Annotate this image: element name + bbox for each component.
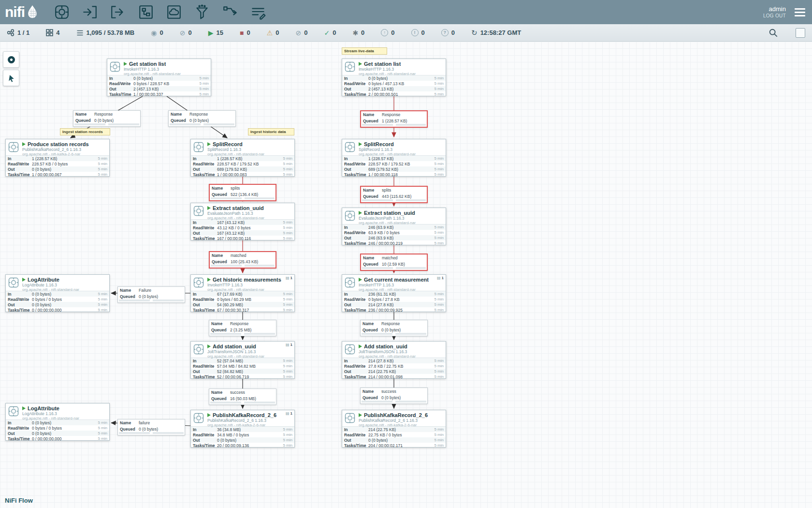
processor-bundle: org.apache.nifi - nifi-standard-nar (22, 287, 107, 292)
stat-row-read-write: Read/Write43.12 KB / 0 bytes5 min (191, 225, 294, 230)
processor-name: Get station list (129, 61, 166, 67)
processor-get-station-list-left[interactable]: Get station listInvokeHTTP 1.16.3org.apa… (107, 59, 211, 96)
connection-label-splits[interactable]: NamesplitsQueued443 (115.62 KB) (360, 186, 428, 203)
status-bar: 1 / 1 4 1,095 / 53.78 MB ◉0⊘0▶15■0⚠0⊘0✓0… (0, 24, 812, 42)
canvas-label-ingest-station-records[interactable]: Ingest station records (60, 128, 110, 135)
connection-label-matched[interactable]: NamematchedQueued10 (2.59 KB) (360, 254, 428, 271)
nifi-app: nifi (0, 0, 812, 508)
connection-label-response[interactable]: NameResponseQueued0 (0 bytes) (360, 320, 428, 336)
queued-key: Queued (362, 395, 379, 400)
nifi-logo[interactable]: nifi (5, 4, 39, 20)
connection-label-splits[interactable]: NamesplitsQueued522 (136.4 KB) (209, 184, 276, 201)
processor-stats: In1 (228.57 KB)5 minRead/Write228.57 KB … (342, 155, 446, 177)
connection-label-failure[interactable]: NamefailureQueued0 (0 bytes) (117, 419, 185, 435)
processor-tool[interactable] (53, 3, 71, 21)
canvas-label-stream-live-data[interactable]: Stream live-data (342, 47, 387, 55)
sync-failure-versioned-count: 0 (451, 29, 455, 36)
stat-row-out: Out0 (0 bytes)5 min (6, 431, 109, 436)
label-tool[interactable] (249, 3, 267, 21)
canvas-palette (3, 51, 19, 86)
global-menu-button[interactable] (793, 6, 807, 18)
processor-split-record-left[interactable]: SplitRecordSplitRecord 1.16.3org.apache.… (190, 139, 295, 177)
stat-row-in: In0 (0 bytes)5 min (107, 75, 211, 81)
processor-log-attribute-bottom[interactable]: LogAttributeLogAttribute 1.16.3org.apach… (5, 403, 110, 441)
stat-row-read-write: Read/Write228.57 KB / 0 bytes5 min (6, 161, 109, 166)
connection-label-response[interactable]: NameResponseQueued0 (0 bytes) (73, 110, 141, 127)
connection-label-response[interactable]: NameResponseQueued2 (3.25 MB) (209, 320, 276, 336)
connection-label-response[interactable]: NameResponseQueued0 (0 bytes) (168, 110, 236, 127)
connection-name-row: NameResponse (361, 111, 427, 118)
input-port-tool[interactable] (81, 3, 99, 21)
relationship-name: matched (231, 253, 246, 258)
connection-queued-row: Queued443 (115.62 KB) (361, 193, 427, 199)
run-status-running-icon (359, 344, 362, 348)
funnel-tool[interactable] (193, 3, 211, 21)
processor-bundle: org.apache.nifi - nifi-standard-nar (124, 72, 209, 76)
process-group-icon (138, 4, 154, 20)
processor-add-station-uuid-left[interactable]: Add station_uuidJoltTransformJSON 1.16.3… (190, 341, 295, 379)
processor-type: InvokeHTTP 1.16.3 (207, 283, 292, 287)
header-bar: nifi (0, 0, 812, 24)
operate-panel-button[interactable] (3, 70, 19, 86)
refresh-icon[interactable]: ↻ (471, 29, 478, 37)
active-threads-count: 4 (56, 29, 59, 36)
processor-publish-kafka-left[interactable]: PublishKafkaRecord_2_6PublishKafkaRecord… (190, 410, 295, 448)
last-refresh[interactable]: ↻ 12:58:27 GMT (471, 29, 521, 37)
connection-label-failure[interactable]: NameFailureQueued0 (0 bytes) (117, 286, 185, 303)
navigation-panel-button[interactable] (3, 51, 19, 68)
relationship-name: Response (94, 112, 113, 117)
locally-modified-stale-versioned-icon: ! (411, 29, 419, 36)
processor-add-station-uuid-right[interactable]: Add station_uuidJoltTransformJSON 1.16.3… (342, 341, 446, 379)
stopped-components-count: 0 (246, 29, 250, 36)
relationship-name: Response (230, 321, 248, 326)
processor-name: SplitRecord (213, 141, 243, 147)
template-tool[interactable] (221, 3, 239, 21)
queued-count: 1,095 / 53.78 MB (87, 29, 135, 36)
stat-row-tasks-time: Tasks/Time2 / 00:00:00.5015 min (342, 91, 446, 97)
processor-type-icon (193, 205, 204, 219)
queued-value: 0 (0 bytes) (381, 328, 401, 332)
connection-label-response[interactable]: NameResponseQueued1 (228.57 KB) (360, 110, 428, 128)
flow-canvas[interactable]: Stream live-dataIngest station recordsIn… (0, 42, 812, 508)
logout-link[interactable]: LOG OUT (763, 13, 786, 19)
running-components-icon: ▶ (208, 30, 214, 36)
queued-key: Queued (75, 118, 92, 123)
stat-row-in: In1 (228.57 KB)5 min (6, 156, 109, 161)
output-port-tool[interactable] (109, 3, 127, 21)
processor-produce-station-records[interactable]: Produce station recordsPublishKafkaRecor… (5, 139, 110, 177)
processor-extract-station-uuid-left[interactable]: Extract station_uuidEvaluateJsonPath 1.1… (190, 203, 295, 240)
connection-label-success[interactable]: NamesuccessQueued0 (0 bytes) (360, 388, 428, 404)
processor-stats: In0 (0 bytes)5 minRead/Write0 bytes / 0 … (6, 419, 109, 441)
processor-extract-station-uuid-right[interactable]: Extract station_uuidEvaluateJsonPath 1.1… (342, 208, 446, 245)
connection-queued-row: Queued1 (228.57 KB) (361, 118, 427, 124)
name-key: Name (363, 188, 379, 193)
stat-row-in: In1 (228.57 KB)5 min (191, 156, 294, 161)
processor-log-attribute-top[interactable]: LogAttributeLogAttribute 1.16.3org.apach… (5, 274, 110, 312)
processor-get-current-measurement[interactable]: Get current measurementInvokeHTTP 1.16.3… (342, 274, 446, 312)
canvas-label-ingest-historic-data[interactable]: Ingest historic data (248, 128, 294, 135)
breadcrumb[interactable]: NiFi Flow (5, 497, 33, 504)
processor-type-icon (344, 61, 356, 75)
processor-get-historic-measurements[interactable]: Get historic measurementsInvokeHTTP 1.16… (190, 274, 295, 312)
connection-label-matched[interactable]: NamematchedQueued100 (25.43 KB) (209, 251, 276, 269)
panel-toggle-button[interactable] (796, 28, 805, 38)
backpressure-bars (362, 124, 426, 126)
queued-value: 1 (228.57 KB) (382, 119, 407, 123)
processor-split-record-right[interactable]: SplitRecordSplitRecord 1.16.3org.apache.… (342, 139, 446, 177)
process-group-tool[interactable] (137, 3, 155, 21)
locally-modified-versioned-icon: ✱ (352, 30, 358, 36)
processor-get-station-list-right[interactable]: Get station listInvokeHTTP 1.16.3org.apa… (342, 59, 446, 96)
connection-label-success[interactable]: NamesuccessQueued16 (50.03 MB) (209, 388, 276, 405)
processor-type-icon (8, 405, 19, 419)
search-button[interactable] (768, 27, 779, 39)
disabled-components-icon: ⊘ (295, 30, 301, 36)
stat-row-in: In214 (27.8 KB)5 min (342, 358, 446, 363)
birdseye-icon (8, 56, 15, 63)
stat-row-in: In0 (0 bytes)5 min (342, 75, 446, 81)
status-running-components: ▶15 (208, 29, 223, 36)
remote-process-group-tool[interactable] (165, 3, 183, 21)
processor-publish-kafka-right[interactable]: PublishKafkaRecord_2_6PublishKafkaRecord… (342, 410, 446, 448)
backpressure-bars (74, 123, 139, 125)
queued-value: 2 (3.25 MB) (230, 328, 251, 332)
component-toolbar (53, 3, 267, 21)
